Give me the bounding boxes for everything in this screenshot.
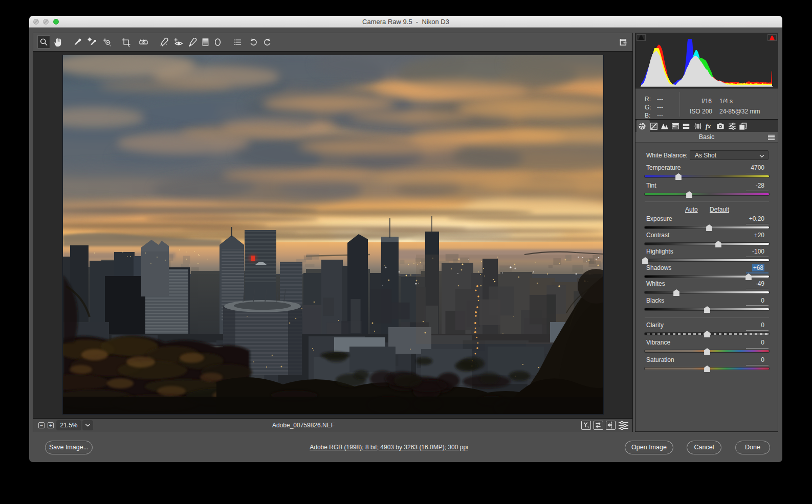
svg-text:fx: fx <box>706 123 711 130</box>
